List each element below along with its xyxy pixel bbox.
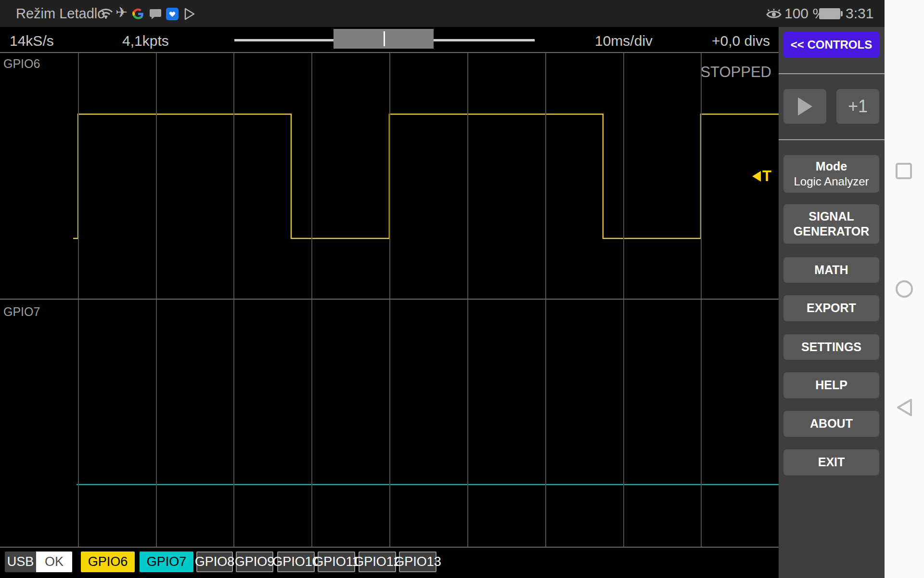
play-icon xyxy=(798,97,812,116)
care-app-icon xyxy=(166,8,179,20)
run-button[interactable] xyxy=(783,89,826,124)
channel-button-gpio12[interactable]: GPIO12 xyxy=(359,552,396,572)
channel-button-gpio13[interactable]: GPIO13 xyxy=(399,552,436,572)
grid-hline xyxy=(0,299,779,300)
google-icon xyxy=(132,8,144,20)
timebase: 10ms/div xyxy=(595,27,653,52)
sidebar-button-label: Mode xyxy=(816,159,847,174)
grid-vline xyxy=(467,52,468,548)
screen: GPIO6 GPIO7 STOPPED T Režim Letadlo ✈ xyxy=(0,0,924,578)
grid-vline xyxy=(545,52,546,548)
trigger-t-label: T xyxy=(762,168,771,185)
grid-vline xyxy=(156,52,157,548)
usb-ok-badge: OK xyxy=(36,552,72,572)
grid-vline xyxy=(701,52,702,548)
airplane-mode-text: Režim Letadlo xyxy=(16,0,105,27)
home-circle-icon[interactable] xyxy=(896,280,913,298)
sample-rate: 14kS/s xyxy=(10,27,54,52)
sidebar-button-label: HELP xyxy=(815,378,847,393)
channel-button-gpio11[interactable]: GPIO11 xyxy=(318,552,355,572)
sidebar-button-label: EXIT xyxy=(818,455,845,470)
status-bar: Režim Letadlo ✈ 100 % xyxy=(0,0,887,27)
pan-slider-center-tick xyxy=(384,31,385,46)
sidebar-button-label: GENERATOR xyxy=(794,224,869,239)
clock: 3:31 xyxy=(846,0,873,27)
grid-hline xyxy=(0,52,779,53)
grid-vline xyxy=(623,52,624,548)
usb-label: USB xyxy=(5,552,36,572)
trigger-offset: +0,0 divs xyxy=(712,27,770,52)
controls-button[interactable]: << CONTROLS xyxy=(783,31,879,58)
sidebar-button-export[interactable]: EXPORT xyxy=(783,295,879,321)
grid-vline xyxy=(233,52,234,548)
sidebar-button-label: SETTINGS xyxy=(801,340,861,355)
plus-one-button[interactable]: +1 xyxy=(836,89,879,124)
channel-button-gpio10[interactable]: GPIO10 xyxy=(277,552,315,572)
sidebar-button-label: ABOUT xyxy=(810,416,853,431)
trigger-arrow-icon xyxy=(752,171,761,182)
android-nav-bar xyxy=(885,0,924,578)
sidebar-button-math[interactable]: MATH xyxy=(783,257,879,283)
sidebar-button-signal-generator[interactable]: SIGNALGENERATOR xyxy=(783,204,879,244)
channel-label-gpio6: GPIO6 xyxy=(3,57,40,71)
sidebar-button-help[interactable]: HELP xyxy=(783,372,879,398)
grid-vline xyxy=(311,52,312,548)
channel-button-gpio7[interactable]: GPIO7 xyxy=(140,552,193,572)
play-store-icon xyxy=(184,8,195,20)
sidebar-button-label: SIGNAL xyxy=(808,209,854,224)
battery-icon xyxy=(819,8,840,19)
panel-divider xyxy=(779,73,885,74)
channel-label-gpio7: GPIO7 xyxy=(3,305,40,319)
channel-bar: USB OK GPIO6GPIO7GPIO8GPIO9GPIO10GPIO11G… xyxy=(0,552,779,572)
sidebar-button-label: Logic Analyzer xyxy=(794,174,869,189)
panel-divider xyxy=(779,139,885,140)
channel-button-gpio9[interactable]: GPIO9 xyxy=(236,552,273,572)
usb-status: USB OK xyxy=(5,552,72,572)
capture-toolbar: 14kS/s 4,1kpts 10ms/div +0,0 divs xyxy=(0,27,779,52)
acquisition-status: STOPPED xyxy=(694,64,771,81)
sidebar-button-label: MATH xyxy=(814,263,848,277)
sidebar-button-settings[interactable]: SETTINGS xyxy=(783,334,879,360)
grid-hline xyxy=(0,547,779,548)
sidebar-button-mode[interactable]: ModeLogic Analyzer xyxy=(783,155,879,193)
trace-gpio6 xyxy=(73,114,779,238)
sidebar-button-label: EXPORT xyxy=(807,301,856,315)
chat-bubble-icon xyxy=(149,8,162,20)
sidebar-button-exit[interactable]: EXIT xyxy=(783,449,879,475)
wifi-icon xyxy=(99,8,113,19)
back-triangle-icon[interactable] xyxy=(895,398,913,417)
trigger-marker[interactable]: T xyxy=(752,168,771,185)
eye-icon xyxy=(766,9,782,20)
channel-button-gpio8[interactable]: GPIO8 xyxy=(196,552,233,572)
recents-square-icon[interactable] xyxy=(896,163,912,179)
side-panel: << CONTROLS +1 ModeLogic AnalyzerSIGNALG… xyxy=(779,27,885,578)
channel-button-gpio6[interactable]: GPIO6 xyxy=(81,552,135,572)
record-length: 4,1kpts xyxy=(122,27,169,52)
grid-vline xyxy=(78,52,79,548)
grid-vline xyxy=(389,52,390,548)
airplane-icon: ✈ xyxy=(116,4,128,21)
plot-area[interactable]: GPIO6 GPIO7 STOPPED T xyxy=(0,52,779,548)
sidebar-button-about[interactable]: ABOUT xyxy=(783,411,879,437)
